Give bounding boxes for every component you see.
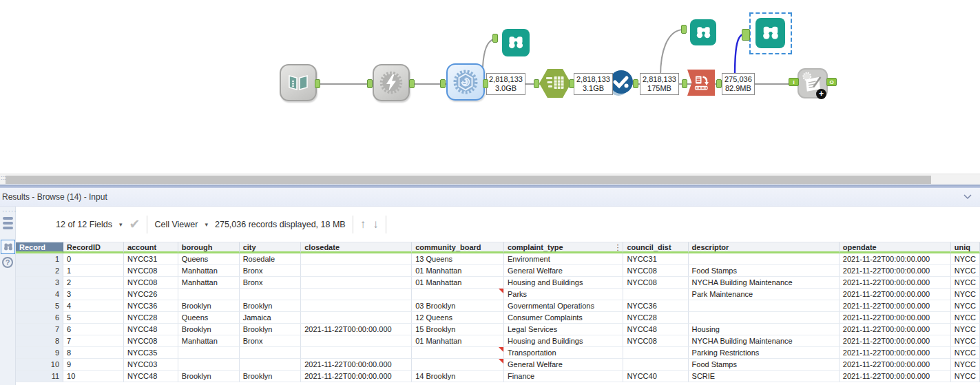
collapse-chevron-icon[interactable] [963,194,972,200]
table-cell[interactable]: 01 Manhattan [412,335,504,347]
cell-viewer-dropdown[interactable]: Cell Viewer [154,220,198,229]
table-cell[interactable]: 7 [63,335,124,347]
record-number-cell[interactable]: 11 [16,371,63,382]
table-cell[interactable] [301,289,412,300]
canvas-hscrollbar[interactable]: ::: [0,174,980,185]
table-cell[interactable]: Transportation [504,347,623,359]
table-cell[interactable]: NYCC [951,359,980,371]
table-cell[interactable] [178,347,240,359]
table-row[interactable]: 21NYCC08ManhattanBronx01 ManhattanGenera… [16,265,980,277]
record-number-cell[interactable]: 3 [16,277,63,289]
table-cell[interactable]: 14 Brooklyn [412,371,504,382]
table-cell[interactable]: NYCC [951,312,980,324]
column-header[interactable]: complaint_type⋮ [504,242,623,253]
table-cell[interactable]: Manhattan [178,335,240,347]
input-anchor[interactable] [742,29,750,41]
table-cell[interactable]: NYCC36 [124,300,178,312]
table-cell[interactable]: NYCC08 [623,335,688,347]
table-cell[interactable]: Rosedale [240,253,302,265]
column-header[interactable]: uniq [951,242,980,253]
table-cell[interactable]: Brooklyn [240,371,302,382]
record-number-cell[interactable]: 10 [16,359,63,371]
table-row[interactable]: 87NYCC08ManhattanBronx01 ManhattanHousin… [16,335,980,347]
table-cell[interactable]: Bronx [240,265,302,277]
record-number-cell[interactable]: 2 [16,265,63,277]
table-row[interactable]: 65NYCC28QueensJamaica12 QueensConsumer C… [16,312,980,324]
table-cell[interactable]: Queens [178,312,240,324]
table-cell[interactable] [623,359,688,371]
table-cell[interactable]: Environment [504,253,623,265]
table-cell[interactable]: 2021-11-22T00:00:00.000 [840,312,951,324]
record-number-cell[interactable]: 6 [16,312,63,324]
table-cell[interactable]: NYCC08 [124,277,178,289]
chevron-down-icon[interactable]: ▾ [205,221,208,228]
table-cell[interactable]: 2021-11-22T00:00:00.000 [840,371,951,382]
table-cell[interactable]: Jamaica [240,312,302,324]
table-cell[interactable]: NYCC [951,289,980,300]
column-header[interactable]: descriptor [689,242,840,253]
table-cell[interactable]: NYCC28 [623,312,688,324]
table-cell[interactable]: NYCC48 [623,324,688,335]
table-cell[interactable]: Manhattan [178,277,240,289]
table-cell[interactable]: NYCC [951,300,980,312]
column-header[interactable]: RecordID [63,242,124,253]
table-cell[interactable]: 0 [63,253,124,265]
output-anchor[interactable] [315,79,320,88]
table-cell[interactable]: NYCC35 [124,347,178,359]
table-row[interactable]: 109NYCC032021-11-22T00:00:00.000General … [16,359,980,371]
table-cell[interactable]: Bronx [240,277,302,289]
record-number-cell[interactable]: 8 [16,335,63,347]
output-anchor[interactable] [716,79,722,88]
table-cell[interactable]: NYCC [951,371,980,382]
table-cell[interactable]: 5 [63,312,124,324]
table-cell[interactable] [178,359,240,371]
table-cell[interactable]: 3 [63,289,124,300]
workflow-canvas[interactable]: 2,818,1333.0GB 2,818,1333.1GB 2, [0,0,980,174]
table-cell[interactable]: 2021-11-22T00:00:00.000 [840,324,951,335]
table-cell[interactable]: NYCC [951,265,980,277]
input-data-tool[interactable] [280,64,317,101]
chevron-down-icon[interactable]: ▾ [119,221,123,228]
table-cell[interactable]: 2 [63,277,124,289]
table-cell[interactable]: Parks [504,289,623,300]
table-cell[interactable]: 2021-11-22T00:00:00.000 [301,371,412,382]
table-cell[interactable] [412,359,504,371]
table-cell[interactable]: Housing and Buildings [504,277,623,289]
table-cell[interactable]: NYCC [951,347,980,359]
table-cell[interactable] [623,289,688,300]
table-cell[interactable]: 8 [63,347,124,359]
config-list-icon[interactable] [3,217,13,231]
table-cell[interactable]: NYCC40 [623,371,688,382]
table-cell[interactable]: Food Stamps [689,359,840,371]
input-anchor[interactable] [440,79,446,88]
table-cell[interactable]: NYCC08 [124,265,178,277]
table-cell[interactable]: Consumer Complaints [504,312,623,324]
table-cell[interactable] [689,312,840,324]
table-cell[interactable]: 13 Queens [412,253,504,265]
table-cell[interactable]: Parking Restrictions [689,347,840,359]
table-cell[interactable]: 12 Queens [412,312,504,324]
column-options-icon[interactable]: ⋮ [614,243,621,252]
table-row[interactable]: 1110NYCC48BrooklynBrooklyn2021-11-22T00:… [16,371,980,382]
record-number-cell[interactable]: 1 [16,253,63,265]
table-cell[interactable]: Brooklyn [240,300,302,312]
output-anchor[interactable]: O [826,78,837,86]
table-cell[interactable]: NYCC [951,253,980,265]
table-cell[interactable]: 2021-11-22T00:00:00.000 [840,265,951,277]
column-header[interactable]: opendate [840,242,951,253]
table-cell[interactable]: 10 [63,371,124,382]
table-cell[interactable] [412,289,504,300]
table-cell[interactable]: NYCC26 [124,289,178,300]
table-cell[interactable]: NYCC [951,277,980,289]
input-anchor[interactable] [534,79,539,88]
table-cell[interactable]: Housing [689,324,840,335]
input-anchor[interactable] [681,25,687,34]
table-cell[interactable] [689,253,840,265]
output-anchor[interactable] [633,79,638,88]
table-cell[interactable]: 01 Manhattan [412,265,504,277]
table-cell[interactable]: Brooklyn [240,324,302,335]
table-row[interactable]: 76NYCC48BrooklynBrooklyn2021-11-22T00:00… [16,324,980,335]
output-anchor[interactable] [409,79,415,88]
browse-tool-2[interactable] [690,19,716,45]
table-cell[interactable]: Legal Services [504,324,623,335]
